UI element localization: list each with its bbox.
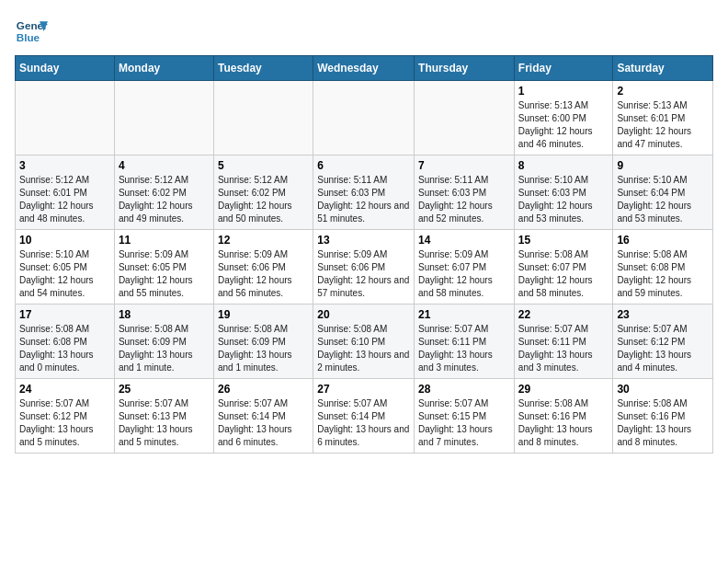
day-info: Sunrise: 5:07 AM Sunset: 6:11 PM Dayligh…	[518, 323, 609, 374]
day-number: 15	[518, 234, 609, 247]
day-number: 23	[617, 308, 709, 321]
day-number: 12	[218, 234, 309, 247]
day-info: Sunrise: 5:08 AM Sunset: 6:10 PM Dayligh…	[317, 323, 410, 374]
calendar-week-row: 17Sunrise: 5:08 AM Sunset: 6:08 PM Dayli…	[16, 304, 713, 379]
calendar-cell: 2Sunrise: 5:13 AM Sunset: 6:01 PM Daylig…	[613, 81, 713, 155]
day-info: Sunrise: 5:11 AM Sunset: 6:03 PM Dayligh…	[317, 174, 410, 225]
day-info: Sunrise: 5:13 AM Sunset: 6:00 PM Dayligh…	[518, 99, 609, 151]
calendar-cell: 4Sunrise: 5:12 AM Sunset: 6:02 PM Daylig…	[114, 155, 213, 230]
calendar-cell: 24Sunrise: 5:07 AM Sunset: 6:12 PM Dayli…	[16, 379, 115, 454]
day-number: 29	[518, 383, 609, 396]
calendar-cell: 27Sunrise: 5:07 AM Sunset: 6:14 PM Dayli…	[313, 379, 415, 454]
calendar-cell: 17Sunrise: 5:08 AM Sunset: 6:08 PM Dayli…	[16, 304, 115, 379]
day-number: 26	[218, 383, 309, 396]
day-info: Sunrise: 5:07 AM Sunset: 6:14 PM Dayligh…	[317, 397, 410, 449]
calendar-cell: 25Sunrise: 5:07 AM Sunset: 6:13 PM Dayli…	[114, 379, 213, 454]
calendar-cell: 22Sunrise: 5:07 AM Sunset: 6:11 PM Dayli…	[514, 304, 613, 379]
calendar-week-row: 10Sunrise: 5:10 AM Sunset: 6:05 PM Dayli…	[16, 230, 713, 304]
calendar-cell: 28Sunrise: 5:07 AM Sunset: 6:15 PM Dayli…	[415, 379, 515, 454]
day-number: 4	[119, 159, 210, 172]
day-number: 24	[19, 383, 110, 396]
day-number: 30	[617, 383, 709, 396]
day-info: Sunrise: 5:12 AM Sunset: 6:02 PM Dayligh…	[119, 174, 210, 225]
calendar-cell: 1Sunrise: 5:13 AM Sunset: 6:00 PM Daylig…	[514, 81, 613, 155]
calendar-cell: 14Sunrise: 5:09 AM Sunset: 6:07 PM Dayli…	[415, 230, 515, 304]
calendar-cell	[415, 81, 515, 155]
day-info: Sunrise: 5:12 AM Sunset: 6:01 PM Dayligh…	[19, 174, 110, 225]
day-number: 3	[19, 159, 110, 172]
calendar-body: 1Sunrise: 5:13 AM Sunset: 6:00 PM Daylig…	[16, 81, 713, 454]
header: General Blue	[15, 15, 713, 48]
day-number: 8	[518, 159, 609, 172]
day-number: 10	[19, 234, 110, 247]
day-number: 25	[119, 383, 210, 396]
calendar-cell: 5Sunrise: 5:12 AM Sunset: 6:02 PM Daylig…	[213, 155, 313, 230]
day-info: Sunrise: 5:07 AM Sunset: 6:14 PM Dayligh…	[218, 397, 309, 449]
day-info: Sunrise: 5:09 AM Sunset: 6:05 PM Dayligh…	[119, 248, 210, 300]
day-info: Sunrise: 5:07 AM Sunset: 6:12 PM Dayligh…	[19, 397, 110, 449]
day-number: 18	[119, 308, 210, 321]
day-info: Sunrise: 5:08 AM Sunset: 6:16 PM Dayligh…	[518, 397, 609, 449]
day-number: 19	[218, 308, 309, 321]
day-info: Sunrise: 5:13 AM Sunset: 6:01 PM Dayligh…	[617, 99, 709, 151]
day-info: Sunrise: 5:07 AM Sunset: 6:13 PM Dayligh…	[119, 397, 210, 449]
logo: General Blue	[15, 15, 48, 48]
calendar-cell: 30Sunrise: 5:08 AM Sunset: 6:16 PM Dayli…	[613, 379, 713, 454]
calendar-cell: 26Sunrise: 5:07 AM Sunset: 6:14 PM Dayli…	[213, 379, 313, 454]
day-number: 21	[418, 308, 510, 321]
calendar-cell	[213, 81, 313, 155]
calendar-cell: 21Sunrise: 5:07 AM Sunset: 6:11 PM Dayli…	[415, 304, 515, 379]
day-number: 1	[518, 85, 609, 98]
weekday-header: Friday	[514, 56, 613, 81]
calendar-table: SundayMondayTuesdayWednesdayThursdayFrid…	[15, 55, 713, 454]
calendar-cell: 6Sunrise: 5:11 AM Sunset: 6:03 PM Daylig…	[313, 155, 415, 230]
calendar-cell: 11Sunrise: 5:09 AM Sunset: 6:05 PM Dayli…	[114, 230, 213, 304]
weekday-header: Sunday	[16, 56, 115, 81]
calendar-cell: 13Sunrise: 5:09 AM Sunset: 6:06 PM Dayli…	[313, 230, 415, 304]
calendar-cell: 15Sunrise: 5:08 AM Sunset: 6:07 PM Dayli…	[514, 230, 613, 304]
day-info: Sunrise: 5:07 AM Sunset: 6:15 PM Dayligh…	[418, 397, 510, 449]
weekday-header: Tuesday	[213, 56, 313, 81]
day-number: 22	[518, 308, 609, 321]
day-number: 28	[418, 383, 510, 396]
calendar-cell: 9Sunrise: 5:10 AM Sunset: 6:04 PM Daylig…	[613, 155, 713, 230]
weekday-header: Thursday	[415, 56, 515, 81]
calendar-cell: 18Sunrise: 5:08 AM Sunset: 6:09 PM Dayli…	[114, 304, 213, 379]
day-info: Sunrise: 5:07 AM Sunset: 6:12 PM Dayligh…	[617, 323, 709, 374]
day-number: 11	[119, 234, 210, 247]
calendar-cell: 23Sunrise: 5:07 AM Sunset: 6:12 PM Dayli…	[613, 304, 713, 379]
day-info: Sunrise: 5:08 AM Sunset: 6:16 PM Dayligh…	[617, 397, 709, 449]
day-info: Sunrise: 5:11 AM Sunset: 6:03 PM Dayligh…	[418, 174, 510, 225]
day-info: Sunrise: 5:09 AM Sunset: 6:06 PM Dayligh…	[218, 248, 309, 300]
calendar-cell: 19Sunrise: 5:08 AM Sunset: 6:09 PM Dayli…	[213, 304, 313, 379]
calendar-cell: 29Sunrise: 5:08 AM Sunset: 6:16 PM Dayli…	[514, 379, 613, 454]
day-number: 6	[317, 159, 410, 172]
day-info: Sunrise: 5:08 AM Sunset: 6:09 PM Dayligh…	[119, 323, 210, 374]
day-number: 14	[418, 234, 510, 247]
day-number: 2	[617, 85, 709, 98]
day-info: Sunrise: 5:08 AM Sunset: 6:07 PM Dayligh…	[518, 248, 609, 300]
logo-icon: General Blue	[15, 15, 48, 48]
day-info: Sunrise: 5:07 AM Sunset: 6:11 PM Dayligh…	[418, 323, 510, 374]
weekday-header: Monday	[114, 56, 213, 81]
day-info: Sunrise: 5:10 AM Sunset: 6:04 PM Dayligh…	[617, 174, 709, 225]
day-number: 9	[617, 159, 709, 172]
day-number: 20	[317, 308, 410, 321]
calendar-cell	[16, 81, 115, 155]
calendar-cell: 12Sunrise: 5:09 AM Sunset: 6:06 PM Dayli…	[213, 230, 313, 304]
day-info: Sunrise: 5:09 AM Sunset: 6:06 PM Dayligh…	[317, 248, 410, 300]
day-info: Sunrise: 5:08 AM Sunset: 6:08 PM Dayligh…	[19, 323, 110, 374]
day-number: 16	[617, 234, 709, 247]
calendar-cell: 3Sunrise: 5:12 AM Sunset: 6:01 PM Daylig…	[16, 155, 115, 230]
day-info: Sunrise: 5:08 AM Sunset: 6:08 PM Dayligh…	[617, 248, 709, 300]
day-number: 17	[19, 308, 110, 321]
day-number: 27	[317, 383, 410, 396]
day-info: Sunrise: 5:09 AM Sunset: 6:07 PM Dayligh…	[418, 248, 510, 300]
svg-text:Blue: Blue	[17, 31, 40, 43]
calendar-week-row: 1Sunrise: 5:13 AM Sunset: 6:00 PM Daylig…	[16, 81, 713, 155]
calendar-cell	[313, 81, 415, 155]
day-info: Sunrise: 5:10 AM Sunset: 6:05 PM Dayligh…	[19, 248, 110, 300]
weekday-header: Saturday	[613, 56, 713, 81]
calendar-cell: 8Sunrise: 5:10 AM Sunset: 6:03 PM Daylig…	[514, 155, 613, 230]
day-info: Sunrise: 5:12 AM Sunset: 6:02 PM Dayligh…	[218, 174, 309, 225]
